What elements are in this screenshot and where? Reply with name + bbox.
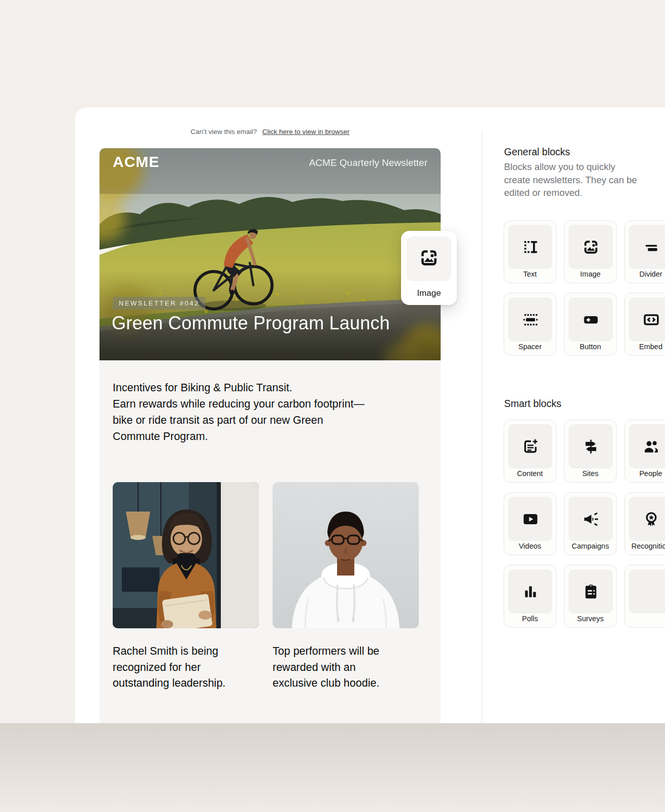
spacer-icon [521, 311, 540, 329]
issue-badge: NEWSLETTER #042 [113, 297, 206, 310]
block-tile-button[interactable]: Button [564, 293, 617, 356]
videos-icon [521, 510, 540, 528]
dragged-image-block-icon-area [407, 236, 451, 281]
general-blocks-grid: Text Image Divider Spacer Button Em [504, 220, 665, 356]
newsletter-preview[interactable]: ACME ACME Quarterly Newsletter NEWSLETTE… [99, 148, 441, 723]
block-tile-videos[interactable]: Videos [504, 492, 556, 555]
block-tile-image[interactable]: Image [564, 220, 617, 283]
caption-rachel: Rachel Smith is being recognized for her… [113, 644, 259, 692]
smart-blocks-grid: Content Sites People Videos Campaigns Re… [504, 420, 665, 628]
block-tile-empty[interactable] [624, 565, 665, 628]
view-in-browser-bar: Can’t view this email? Click here to vie… [99, 128, 441, 136]
embed-icon [642, 311, 660, 329]
newsletter-masthead: ACME Quarterly Newsletter [309, 157, 427, 168]
block-tile-spacer[interactable]: Spacer [504, 293, 556, 356]
view-in-browser-text: Can’t view this email? [190, 128, 257, 136]
polls-icon [521, 583, 540, 601]
smart-blocks-title: Smart blocks [504, 398, 561, 410]
image-frame-icon [582, 238, 600, 256]
panel-divider [482, 132, 482, 723]
acme-logo: ACME [113, 153, 159, 171]
editor-canvas: Can’t view this email? Click here to vie… [75, 108, 665, 723]
dragged-image-block-label: Image [401, 288, 457, 298]
block-tile-recognition[interactable]: Recognition [624, 492, 665, 555]
intro-line-1: Incentives for Biking & Public Transit. [113, 380, 369, 396]
block-tile-people[interactable]: People [624, 420, 665, 483]
intro-line-2: Earn rewards while reducing your carbon … [113, 396, 369, 445]
sites-icon [582, 437, 600, 456]
divider-icon [642, 238, 660, 256]
recognition-icon [642, 510, 660, 528]
content-icon [521, 437, 540, 456]
general-blocks-description: Blocks allow you to quickly create newsl… [504, 160, 643, 199]
photo-top-performer[interactable] [273, 482, 419, 628]
block-tile-surveys[interactable]: Surveys [564, 565, 617, 628]
people-icon [642, 437, 660, 456]
page-background-fade [0, 723, 665, 812]
photo-rachel[interactable] [113, 482, 259, 628]
block-tile-text[interactable]: Text [504, 220, 556, 283]
intro-text-block[interactable]: Incentives for Biking & Public Transit. … [113, 380, 369, 445]
caption-top-performer: Top performers will be rewarded with an … [273, 644, 419, 692]
block-tile-sites[interactable]: Sites [564, 420, 617, 483]
text-icon [521, 238, 540, 256]
view-in-browser-link[interactable]: Click here to view in browser [262, 128, 350, 136]
surveys-icon [582, 583, 600, 601]
block-tile-polls[interactable]: Polls [504, 565, 556, 628]
image-icon [418, 247, 440, 270]
block-tile-campaigns[interactable]: Campaigns [564, 492, 617, 555]
block-tile-content[interactable]: Content [504, 420, 556, 483]
hero-image-block[interactable]: ACME ACME Quarterly Newsletter NEWSLETTE… [99, 148, 441, 360]
newsletter-headline: Green Commute Program Launch [112, 313, 390, 334]
block-tile-divider[interactable]: Divider [624, 220, 665, 283]
dragged-image-block[interactable]: Image [401, 231, 457, 305]
general-blocks-title: General blocks [504, 146, 570, 158]
campaigns-icon [582, 510, 600, 528]
button-icon [582, 311, 600, 329]
block-tile-embed[interactable]: Embed [624, 293, 665, 356]
